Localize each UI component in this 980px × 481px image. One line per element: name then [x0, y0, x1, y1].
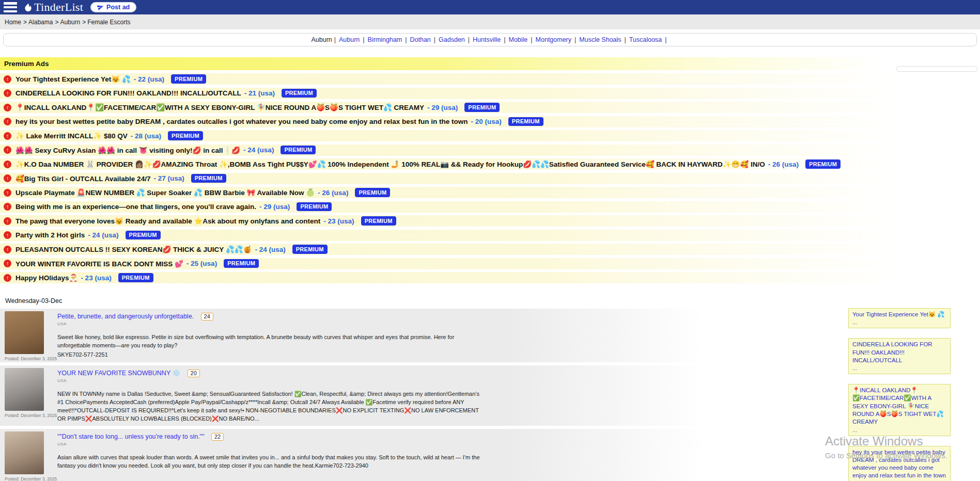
city-link[interactable]: Muscle Shoals [579, 36, 621, 43]
up-arrow-icon: ↑ [4, 203, 11, 211]
city-link[interactable]: Birmingham [368, 36, 402, 43]
sidebar-ad-box[interactable]: CINDERELLA LOOKING FOR FUN!!! OAKLAND!!!… [848, 338, 951, 374]
sidebar-ad-box[interactable]: hey its your best wettes petite baby DRE… [848, 446, 951, 481]
city-link[interactable]: Tuscaloosa [629, 36, 662, 43]
premium-ads-list: ↑ Your Tightest Experience Yet😼 💦 - 22 (… [0, 73, 980, 283]
listing-title-link[interactable]: YOUR NEW FAVORITE SNOWBUNNY ❄️ [57, 370, 180, 377]
premium-ad-age-region: - 24 (usa) [255, 246, 285, 253]
date-header: Wednesday-03-Dec [0, 296, 980, 309]
premium-badge[interactable]: PREMIUM [292, 245, 328, 254]
premium-ad-title: Being with me is an experience—one that … [15, 203, 256, 211]
sidebar-ad-title[interactable]: CINDERELLA LOOKING FOR FUN!!! OAKLAND!!!… [852, 341, 946, 364]
city-separator: | [334, 36, 336, 43]
listing-age-badge: 20 [188, 370, 200, 377]
premium-ad-row[interactable]: ↑ 📍INCALL OAKLAND📍✅FACETIME/CAR✅WITH A S… [0, 102, 980, 113]
listing-thumbnail[interactable] [5, 431, 44, 474]
up-arrow-icon: ↑ [4, 231, 11, 239]
premium-ads-heading: Premium Ads [0, 57, 980, 70]
city-link[interactable]: Dothan [410, 36, 431, 43]
listing-row[interactable]: Posted: December 3, 2025 ""Don't stare t… [0, 429, 980, 481]
listing-posted-date: Posted: December 3, 2025 [5, 476, 51, 481]
premium-badge[interactable]: PREMIUM [361, 216, 396, 226]
premium-ad-row[interactable]: ↑ CINDERELLA LOOKING FOR FUN!!! OAKLAND!… [0, 88, 980, 99]
premium-badge[interactable]: PREMIUM [297, 202, 332, 212]
premium-ad-row[interactable]: ↑ Party with 2 Hot girls - 24 (usa) PREM… [0, 230, 980, 241]
premium-ad-title: Party with 2 Hot girls [15, 231, 85, 239]
premium-ad-title: 📍INCALL OAKLAND📍✅FACETIME/CAR✅WITH A SEX… [15, 103, 424, 111]
premium-ad-row[interactable]: ↑ Being with me is an experience—one tha… [0, 201, 980, 213]
up-arrow-icon: ↑ [4, 260, 11, 267]
premium-badge[interactable]: PREMIUM [171, 74, 206, 84]
premium-ad-row[interactable]: ↑ 🥰Big Tits Girl - OUTCALL Available 24/… [0, 173, 980, 184]
premium-badge[interactable]: PREMIUM [118, 273, 153, 282]
premium-badge[interactable]: PREMIUM [126, 231, 161, 240]
premium-ad-title: YOUR WINTER FAVORITE IS BACK DONT MISS 💕 [15, 260, 183, 268]
premium-badge[interactable]: PREMIUM [805, 159, 841, 169]
sidebar-ad-title[interactable]: hey its your best wettes petite baby DRE… [852, 448, 946, 480]
listing-age-badge: 22 [211, 433, 224, 441]
listing-title-link[interactable]: Petite, brunette, and dangerously unforg… [57, 313, 194, 320]
city-link[interactable]: Montgomery [536, 36, 571, 43]
premium-badge[interactable]: PREMIUM [355, 188, 390, 197]
sidebar-ad-more: ... [852, 319, 946, 325]
city-separator: | [665, 36, 666, 43]
listing-left-column: Posted: December 3, 2025 [5, 311, 51, 361]
premium-ad-row[interactable]: ↑ ✨ Lake Merritt INCALL✨ $80 QV - 28 (us… [0, 130, 980, 141]
breadcrumb-item[interactable]: Female Escorts [87, 19, 130, 26]
premium-ad-row[interactable]: ↑ Upscale Playmate 🚨NEW NUMBER 💦 Super S… [0, 187, 980, 198]
premium-ad-age-region: - 21 (usa) [244, 89, 275, 97]
hamburger-menu-icon[interactable] [4, 2, 17, 12]
city-links-bar: Auburn|Auburn|Birmingham|Dothan|Gadsden|… [3, 33, 977, 46]
post-ad-button[interactable]: Post ad [90, 2, 136, 12]
breadcrumb-separator: > [23, 19, 27, 26]
city-separator: | [531, 36, 532, 43]
breadcrumb-item[interactable]: Home [5, 19, 21, 26]
breadcrumb-item[interactable]: Auburn [60, 19, 80, 26]
listing-body: ""Don't stare too long... unless you're … [51, 431, 483, 481]
city-separator: | [625, 36, 626, 43]
premium-ad-age-region: - 26 (usa) [318, 189, 348, 197]
premium-ad-row[interactable]: ↑ 🌺🌺 Sexy CuRvy Asian 🌺🌺 in call 👅 visit… [0, 145, 980, 156]
premium-ad-title: The pawg that everyone loves😼 Ready and … [15, 217, 320, 225]
listing-title-link[interactable]: ""Don't stare too long... unless you're … [57, 433, 204, 440]
listing-row[interactable]: Posted: December 3, 2025 Petite, brunett… [0, 309, 980, 362]
premium-ad-row[interactable]: ↑ YOUR WINTER FAVORITE IS BACK DONT MISS… [0, 258, 980, 269]
sidebar-ad-title[interactable]: Your Tightest Experience Yet😼 💦 [852, 311, 946, 318]
premium-badge[interactable]: PREMIUM [464, 103, 500, 112]
premium-ad-row[interactable]: ↑ ✨K.O Daa NUMBER 🐰 PROVIDER 👩🏽✨💋AMAZING… [0, 158, 980, 170]
sidebar-ad-title[interactable]: 📍INCALL OAKLAND📍✅FACETIME/CAR✅WITH A SEX… [852, 387, 946, 426]
premium-ad-age-region: - 22 (usa) [134, 75, 164, 83]
premium-badge[interactable]: PREMIUM [191, 174, 226, 183]
sidebar-ad-box[interactable]: Your Tightest Experience Yet😼 💦 ... [848, 308, 951, 328]
city-link[interactable]: Auburn [339, 36, 360, 43]
listing-thumbnail[interactable] [5, 368, 44, 411]
premium-ad-title: Upscale Playmate 🚨NEW NUMBER 💦 Super Soa… [15, 188, 315, 197]
sidebar-ad-box[interactable]: 📍INCALL OAKLAND📍✅FACETIME/CAR✅WITH A SEX… [848, 384, 951, 436]
premium-badge[interactable]: PREMIUM [168, 131, 203, 140]
up-arrow-icon: ↑ [4, 89, 11, 97]
up-arrow-icon: ↑ [4, 217, 11, 225]
premium-ad-row[interactable]: ↑ Happy HOlidays🎅 - 23 (usa) PREMIUM [0, 272, 980, 283]
city-link[interactable]: Gadsden [439, 36, 465, 43]
premium-badge[interactable]: PREMIUM [281, 146, 316, 155]
listing-left-column: Posted: December 3, 2025 [5, 431, 51, 481]
city-link[interactable]: Mobile [508, 36, 527, 43]
premium-ad-row[interactable]: ↑ The pawg that everyone loves😼 Ready an… [0, 215, 980, 227]
premium-badge[interactable]: PREMIUM [282, 89, 317, 98]
listing-left-column: Posted: December 3, 2025 [5, 368, 51, 425]
up-arrow-icon: ↑ [4, 246, 11, 253]
city-link[interactable]: Huntsville [473, 36, 501, 43]
listing-thumbnail[interactable] [5, 311, 44, 354]
listing-country: USA [57, 442, 483, 446]
brand-logo[interactable]: TinderList [23, 1, 83, 14]
listing-posted-date: Posted: December 3, 2025 [5, 356, 51, 361]
premium-badge[interactable]: PREMIUM [508, 117, 543, 126]
premium-ad-row[interactable]: ↑ Your Tightest Experience Yet😼 💦 - 22 (… [0, 73, 980, 85]
premium-ad-age-region: - 27 (usa) [153, 174, 184, 182]
city-separator: | [405, 36, 407, 43]
breadcrumb-item[interactable]: Alabama [28, 19, 53, 26]
premium-ad-row[interactable]: ↑ hey its your best wettes petite baby D… [0, 116, 980, 127]
listing-row[interactable]: Posted: December 3, 2025 YOUR NEW FAVORI… [0, 365, 980, 426]
premium-ad-row[interactable]: ↑ PLEASANTON OUTCALLS !! SEXY KOREAN💋 TH… [0, 244, 980, 255]
premium-badge[interactable]: PREMIUM [224, 259, 259, 268]
